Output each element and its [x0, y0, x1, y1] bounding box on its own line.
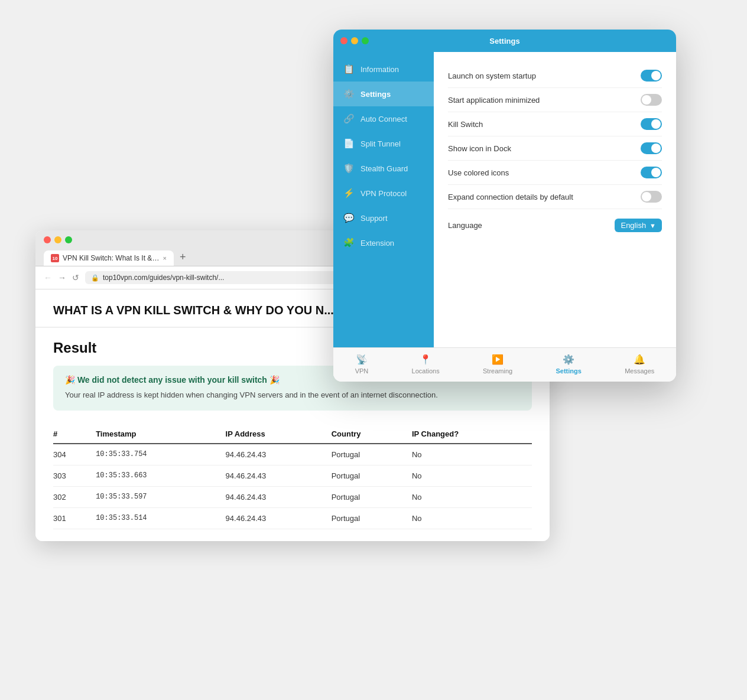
sidebar-item-split-tunnel[interactable]: 📄 Split Tunnel [333, 131, 434, 156]
vpn-sidebar: 📋 Information ⚙️ Settings 🔗 Auto Connect… [333, 52, 434, 347]
settings-row-launch-startup: Launch on system startup [448, 64, 662, 88]
settings-row-start-minimized: Start application minimized [448, 88, 662, 112]
sidebar-item-label: Split Tunnel [360, 139, 401, 148]
table-row: 30210:35:33.59794.46.24.43PortugalNo [53, 486, 532, 507]
table-cell: 10:35:33.514 [96, 507, 225, 529]
vpn-maximize-btn[interactable] [362, 37, 369, 44]
table-cell: 10:35:33.663 [96, 465, 225, 486]
vpn-bottom-nav: 📡 VPN 📍 Locations ▶️ Streaming ⚙️ Settin… [333, 347, 676, 382]
settings-label-kill-switch: Kill Switch [448, 120, 483, 129]
forward-btn[interactable]: → [58, 273, 66, 282]
back-btn[interactable]: ← [44, 273, 52, 282]
table-cell: 94.46.24.43 [226, 507, 332, 529]
table-cell: Portugal [332, 444, 412, 465]
language-row: Language English ▼ [448, 209, 662, 237]
sidebar-item-vpn-protocol[interactable]: ⚡ VPN Protocol [333, 181, 434, 206]
sidebar-item-label: VPN Protocol [360, 189, 407, 198]
success-body: Your real IP address is kept hidden when… [65, 389, 520, 401]
table-cell: No [412, 486, 532, 507]
sidebar-item-label: Extension [360, 239, 394, 248]
settings-nav-nav-icon: ⚙️ [563, 354, 574, 365]
settings-row-expand-connection: Expand connection details by default [448, 185, 662, 209]
table-cell: No [412, 444, 532, 465]
toggle-colored-icons[interactable] [641, 167, 662, 178]
table-cell: Portugal [332, 507, 412, 529]
browser-close-btn[interactable] [44, 236, 51, 243]
bottomnav-item-streaming[interactable]: ▶️ Streaming [483, 354, 512, 375]
sidebar-item-support[interactable]: 💬 Support [333, 206, 434, 230]
browser-tab-active[interactable]: 10 VPN Kill Switch: What Is It & H... × [44, 250, 174, 266]
language-label: Language [448, 221, 482, 230]
sidebar-item-information[interactable]: 📋 Information [333, 57, 434, 82]
bottomnav-label: Settings [556, 367, 581, 375]
vpn-minimize-btn[interactable] [351, 37, 358, 44]
settings-row-kill-switch: Kill Switch [448, 112, 662, 136]
settings-row-colored-icons: Use colored icons [448, 161, 662, 185]
sidebar-item-label: Auto Connect [360, 115, 407, 123]
table-cell: 301 [53, 507, 96, 529]
tab-title: VPN Kill Switch: What Is It & H... [63, 254, 160, 262]
toggle-kill-switch[interactable] [641, 118, 662, 130]
tab-favicon: 10 [51, 254, 59, 262]
bottomnav-item-settings-nav[interactable]: ⚙️ Settings [556, 354, 581, 375]
new-tab-btn[interactable]: + [175, 248, 191, 266]
bottomnav-label: VPN [355, 367, 369, 375]
sidebar-item-label: Information [360, 65, 399, 74]
sidebar-item-label: Stealth Guard [360, 164, 408, 173]
sidebar-item-label: Settings [360, 90, 391, 99]
vpn-protocol-icon: ⚡ [343, 188, 355, 198]
settings-row-show-icon-dock: Show icon in Dock [448, 136, 662, 161]
toggle-show-icon-dock[interactable] [641, 142, 662, 154]
url-text: top10vpn.com/guides/vpn-kill-switch/... [103, 274, 224, 282]
lock-icon: 🔒 [91, 274, 99, 282]
table-row: 30310:35:33.66394.46.24.43PortugalNo [53, 465, 532, 486]
table-cell: No [412, 465, 532, 486]
toggle-launch-startup[interactable] [641, 70, 662, 82]
language-select[interactable]: English ▼ [615, 219, 662, 232]
tab-close-btn[interactable]: × [163, 255, 167, 262]
bottomnav-item-vpn[interactable]: 📡 VPN [355, 354, 369, 375]
bottomnav-item-messages[interactable]: 🔔 Messages [625, 354, 654, 375]
table-header-row: #TimestampIP AddressCountryIP Changed? [53, 425, 532, 444]
reload-btn[interactable]: ↺ [72, 273, 79, 282]
vpn-titlebar: Settings [333, 30, 676, 52]
table-cell: 303 [53, 465, 96, 486]
table-header-ip-address: IP Address [226, 425, 332, 444]
bottomnav-item-locations[interactable]: 📍 Locations [412, 354, 440, 375]
table-cell: 10:35:33.754 [96, 444, 225, 465]
browser-maximize-btn[interactable] [65, 236, 72, 243]
table-cell: 94.46.24.43 [226, 444, 332, 465]
vpn-nav-icon: 📡 [356, 354, 368, 365]
vpn-close-btn[interactable] [340, 37, 347, 44]
sidebar-item-auto-connect[interactable]: 🔗 Auto Connect [333, 106, 434, 131]
support-icon: 💬 [343, 213, 355, 223]
locations-nav-icon: 📍 [420, 354, 431, 365]
sidebar-item-extension[interactable]: 🧩 Extension [333, 230, 434, 255]
sidebar-item-settings[interactable]: ⚙️ Settings [333, 82, 434, 106]
table-cell: Portugal [332, 486, 412, 507]
split-tunnel-icon: 📄 [343, 138, 355, 149]
extension-icon: 🧩 [343, 237, 355, 248]
table-header-#: # [53, 425, 96, 444]
browser-minimize-btn[interactable] [54, 236, 61, 243]
table-cell: Portugal [332, 465, 412, 486]
table-cell: 94.46.24.43 [226, 465, 332, 486]
table-cell: 10:35:33.597 [96, 486, 225, 507]
table-header-timestamp: Timestamp [96, 425, 225, 444]
sidebar-item-stealth-guard[interactable]: 🛡️ Stealth Guard [333, 156, 434, 181]
settings-label-launch-startup: Launch on system startup [448, 71, 536, 80]
vpn-main-content: Launch on system startup Start applicati… [434, 52, 676, 347]
bottomnav-label: Locations [412, 367, 440, 375]
settings-label-colored-icons: Use colored icons [448, 168, 509, 177]
vpn-body: 📋 Information ⚙️ Settings 🔗 Auto Connect… [333, 52, 676, 347]
table-row: 30410:35:33.75494.46.24.43PortugalNo [53, 444, 532, 465]
messages-nav-icon: 🔔 [634, 354, 645, 365]
vpn-settings-window: Settings 📋 Information ⚙️ Settings 🔗 Aut… [333, 30, 676, 382]
vpn-window-title: Settings [489, 37, 519, 45]
table-header-ip-changed?: IP Changed? [412, 425, 532, 444]
bottomnav-label: Streaming [483, 367, 512, 375]
toggle-expand-connection[interactable] [641, 191, 662, 203]
toggle-start-minimized[interactable] [641, 94, 662, 106]
information-icon: 📋 [343, 64, 355, 74]
settings-label-expand-connection: Expand connection details by default [448, 193, 573, 201]
